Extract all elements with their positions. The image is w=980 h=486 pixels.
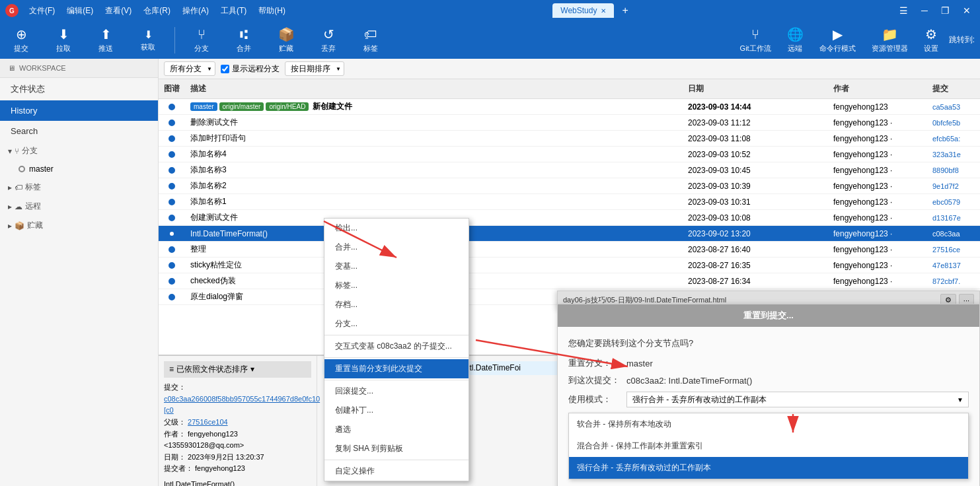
menu-tools[interactable]: 工具(T): [215, 3, 252, 19]
menu-repo[interactable]: 仓库(R): [138, 3, 176, 19]
context-menu-item-checkout[interactable]: 检出...: [324, 219, 469, 238]
sidebar-item-history[interactable]: History: [0, 100, 158, 121]
context-menu-item-archive[interactable]: 存档...: [324, 295, 469, 314]
mode-label: 使用模式：: [568, 394, 621, 405]
dropdown-option-soft[interactable]: 软合并 - 保持所有本地改动: [569, 413, 968, 435]
toolbar-terminal[interactable]: ▶ 命令行模式: [814, 24, 861, 56]
toolbar-pull[interactable]: ⬇ 拉取: [48, 24, 79, 56]
history-row[interactable]: 添加名称32023-09-03 10:45fengyehong123 ·8890…: [159, 162, 980, 178]
history-row[interactable]: 添加名称12023-09-03 10:31fengyehong123 ·ebc0…: [159, 194, 980, 210]
remote-label: 远端: [788, 44, 802, 53]
header-commit: 提交: [927, 82, 980, 96]
toolbar-commit[interactable]: ⊕ 提交: [5, 24, 37, 56]
close-button[interactable]: ✕: [959, 4, 975, 17]
history-row[interactable]: Intl.DateTimeFormat()2023-09-02 13:20fen…: [159, 226, 980, 242]
history-row[interactable]: 添加时打印语句2023-09-03 11:08fengyehong123 ·ef…: [159, 131, 980, 147]
discard-icon: ↺: [323, 26, 334, 42]
reset-branch-value: master: [626, 359, 653, 368]
context-menu-item-reset[interactable]: 重置当前分支到此次提交: [324, 359, 469, 378]
commit-hash-row: 提交： c08c3aa266008f58bb957055c1744967d8e0…: [164, 382, 311, 417]
sidebar-tags-section[interactable]: ▸ 🏷 标签: [0, 178, 158, 197]
to-commit-row: 到这次提交： c08c3aa2: Intl.DateTimeFormat(): [568, 374, 969, 386]
commit-label: 提交: [14, 44, 28, 53]
branch-select[interactable]: 所有分支: [164, 61, 215, 76]
sidebar-remote-section[interactable]: ▸ ☁ 远程: [0, 197, 158, 216]
dropdown-option-mixed[interactable]: 混合合并 - 保持工作副本并重置索引: [569, 435, 968, 457]
explorer-icon: 📁: [882, 26, 898, 42]
context-menu-item-rebase[interactable]: 变基...: [324, 257, 469, 276]
sidebar-branches-section[interactable]: ▾ ⑂ 分支: [0, 141, 158, 160]
commit-cell: 872cbf7.: [927, 276, 980, 287]
graph-dot-icon: [169, 151, 175, 158]
chevron-right-icon-2: ▸: [8, 202, 12, 211]
menu-edit[interactable]: 编辑(E): [61, 3, 98, 19]
date-cell: 2023-09-03 14:44: [683, 101, 828, 113]
toolbar-settings[interactable]: ⚙ 设置: [919, 24, 944, 56]
sort-select[interactable]: 按日期排序: [285, 61, 344, 76]
tab-webstudy[interactable]: WebStudy ✕: [552, 3, 614, 18]
toolbar-explorer[interactable]: 📁 资源管理器: [866, 24, 913, 56]
show-remote-checkbox-label[interactable]: 显示远程分支: [221, 63, 280, 75]
context-menu-item-tag[interactable]: 标签...: [324, 276, 469, 295]
tab-close-icon[interactable]: ✕: [601, 7, 606, 15]
hash-value[interactable]: c08c3aa266008f58bb957055c1744967d8e0fc10…: [164, 395, 320, 415]
history-row[interactable]: sticky粘性定位2023-08-27 16:35fengyehong123 …: [159, 258, 980, 273]
show-remote-checkbox[interactable]: [221, 65, 229, 73]
history-row[interactable]: 添加名称22023-09-03 10:39fengyehong123 ·9e1d…: [159, 178, 980, 194]
hamburger-menu[interactable]: ☰: [895, 4, 912, 17]
history-row[interactable]: masterorigin/masterorigin/HEAD新创建文件2023-…: [159, 99, 980, 115]
merge-icon: ⑆: [240, 27, 248, 42]
context-menu-item-cherry-pick[interactable]: 创建补丁...: [324, 401, 469, 420]
dropdown-option-hard[interactable]: 强行合并 - 丢弃所有改动过的工作副本: [569, 457, 968, 479]
tag-badge: master: [190, 102, 217, 111]
toolbar-discard[interactable]: ↺ 丢弃: [313, 24, 344, 56]
description-cell: 删除测试文件: [185, 116, 683, 129]
context-menu-item-merge[interactable]: 合并...: [324, 238, 469, 257]
sidebar-stash-section[interactable]: ▸ 📦 贮藏: [0, 216, 158, 235]
context-menu-item-interactive-rebase[interactable]: 交互式变基 c08c3aa2 的子提交...: [324, 337, 469, 356]
commit-author-row: 作者： fengyehong123 <1355930128@qq.com>: [164, 429, 311, 452]
toolbar-fetch[interactable]: ⬇ 获取: [132, 26, 164, 55]
date-cell: 2023-09-03 10:08: [683, 212, 828, 224]
toolbar-merge[interactable]: ⑆ 合并: [228, 24, 260, 56]
context-menu-item-pick[interactable]: 遴选: [324, 420, 469, 439]
sidebar-item-search[interactable]: Search: [0, 121, 158, 141]
mode-row: 使用模式： 软合并 - 保持所有本地改动混合合并 - 保持工作副本并重置索引强行…: [568, 392, 969, 407]
sidebar-item-file-status[interactable]: 文件状态: [0, 78, 158, 100]
menu-file[interactable]: 文件(F): [24, 3, 60, 19]
toolbar-tag[interactable]: 🏷 标签: [355, 24, 387, 56]
menu-separator: [324, 460, 469, 460]
history-toolbar: 所有分支 显示远程分支 按日期排序: [159, 59, 980, 79]
menu-help[interactable]: 帮助(H): [253, 3, 291, 19]
history-row[interactable]: 添加名称42023-09-03 10:52fengyehong123 ·323a…: [159, 147, 980, 162]
commit-cell: d13167e: [927, 213, 980, 223]
toolbar-remote[interactable]: 🌐 远端: [782, 24, 809, 56]
history-row[interactable]: 整理2023-08-27 16:40fengyehong123 ·27516ce: [159, 242, 980, 258]
menu-action[interactable]: 操作(A): [177, 3, 214, 19]
graph-cell: [159, 118, 185, 127]
tab-add[interactable]: +: [617, 3, 633, 18]
context-menu-item-revert[interactable]: 回滚提交...: [324, 382, 469, 401]
author-cell: fengyehong123 ·: [828, 196, 927, 208]
maximize-button[interactable]: ❐: [937, 4, 954, 17]
toolbar-push[interactable]: ⬆ 推送: [90, 24, 122, 56]
toolbar-stash[interactable]: 📦 贮藏: [270, 24, 302, 56]
history-row[interactable]: 删除测试文件2023-09-03 11:12fengyehong123 ·0bf…: [159, 115, 980, 131]
history-row[interactable]: checked伪装2023-08-27 16:34fengyehong123 ·…: [159, 273, 980, 289]
branch-icon: ⑂: [198, 27, 206, 42]
context-menu-item-copy-sha[interactable]: 复制 SHA 到剪贴板: [324, 439, 469, 458]
graph-cell: [159, 245, 185, 254]
sidebar-branch-master[interactable]: master: [0, 160, 158, 178]
minimize-button[interactable]: ─: [917, 4, 932, 17]
parent-value[interactable]: 27516ce104: [188, 418, 228, 426]
graph-cell: [159, 293, 185, 302]
context-menu-item-custom-action[interactable]: 自定义操作: [324, 462, 469, 481]
toolbar-branch[interactable]: ⑂ 分支: [186, 24, 217, 56]
menu-view[interactable]: 查看(V): [100, 3, 137, 19]
commit-cell: 323a31e: [927, 149, 980, 160]
graph-dot-icon: [169, 104, 175, 110]
history-row[interactable]: 创建测试文件2023-09-03 10:08fengyehong123 ·d13…: [159, 210, 980, 226]
mode-select[interactable]: 软合并 - 保持所有本地改动混合合并 - 保持工作副本并重置索引强行合并 - 丢…: [626, 392, 969, 407]
toolbar-git-flow[interactable]: ⑂ Git工作流: [735, 24, 776, 56]
context-menu-item-branch[interactable]: 分支...: [324, 314, 469, 333]
